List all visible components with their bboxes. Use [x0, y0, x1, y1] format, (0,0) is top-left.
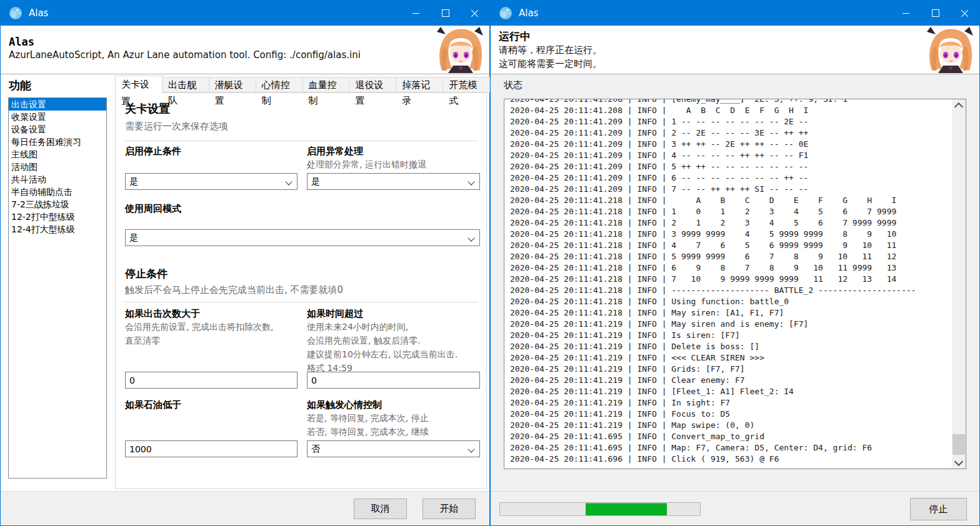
log-line: 2020-04-25 20:11:41.219 | INFO | Is sire…: [510, 330, 952, 341]
app-logo-icon: [9, 6, 22, 20]
window-running: Alas 运行中 请稍等，程序正在运行。 这可能将需要一定时间。: [490, 0, 980, 526]
sidebar-item[interactable]: 共斗活动: [9, 173, 106, 186]
tab[interactable]: 心情控制: [256, 77, 303, 92]
maximize-button[interactable]: [431, 1, 460, 26]
sidebar-item[interactable]: 12-2打中型练级: [9, 211, 106, 223]
titlebar[interactable]: Alas: [1, 1, 489, 26]
log-line: 2020-04-25 20:11:41.209 | INFO | 7 -- --…: [510, 184, 952, 195]
avatar: [926, 27, 975, 73]
window-title: Alas: [29, 7, 48, 19]
log-line: 2020-04-25 20:11:41.218 | INFO | 1 0 1 2…: [510, 206, 952, 217]
app-header: Alas AzurLaneAutoScript, An Azur Lane au…: [1, 26, 489, 74]
running-line-2: 这可能将需要一定时间。: [499, 58, 602, 70]
tab[interactable]: 血量控制: [302, 77, 350, 92]
sidebar-item[interactable]: 活动图: [9, 161, 106, 173]
scroll-up-button[interactable]: [952, 99, 966, 111]
enable-stop-select[interactable]: 是: [125, 173, 298, 190]
app-title: Alas: [9, 36, 34, 48]
log-line: 2020-04-25 20:11:41.695 | INFO | Map: F7…: [510, 442, 952, 454]
start-button[interactable]: 开始: [422, 499, 476, 519]
sidebar-item[interactable]: 主线图: [9, 148, 106, 161]
footer-bar: 取消 开始: [1, 491, 489, 525]
screen: Alas Alas AzurLaneAutoScript, An Azur La…: [0, 0, 980, 526]
loop-mode-select[interactable]: 是: [125, 229, 480, 246]
enable-stop-label: 启用停止条件: [125, 146, 181, 157]
scrollbar-thumb[interactable]: [952, 434, 965, 455]
if-emotion-select[interactable]: 否: [307, 440, 480, 457]
if-count-input[interactable]: [125, 372, 298, 389]
log-line: 2020-04-25 20:11:41.218 | INFO | -------…: [510, 285, 952, 296]
maximize-button[interactable]: [921, 1, 950, 26]
tab[interactable]: 出击舰队: [162, 77, 209, 92]
log-box: 2020-04-25 20:11:41.208 | INFO | [enemy_…: [504, 99, 966, 469]
if-emotion-desc-1: 若是, 等待回复, 完成本次, 停止: [307, 413, 429, 424]
loop-mode-label: 使用周回模式: [125, 203, 181, 215]
stop-button[interactable]: 停止: [910, 498, 967, 520]
log-scrollbar[interactable]: [952, 99, 966, 469]
log-line: 2020-04-25 20:11:41.218 | INFO | 5 9999 …: [510, 251, 952, 262]
cancel-button[interactable]: 取消: [354, 499, 407, 519]
if-time-input[interactable]: [307, 372, 480, 389]
log-line: 2020-04-25 20:11:41.219 | INFO | May sir…: [510, 319, 952, 330]
log-line: 2020-04-25 20:11:41.209 | INFO | 1 -- --…: [510, 116, 952, 127]
log-line: 2020-04-25 20:11:41.218 | INFO | 2 1 2 3…: [510, 217, 952, 229]
log-line: 2020-04-25 20:11:41.218 | INFO | Using f…: [510, 296, 952, 307]
sidebar-item[interactable]: 7-2三战拣垃圾: [9, 198, 106, 211]
sidebar-item[interactable]: 每日任务困难演习: [9, 136, 106, 148]
log-line: 2020-04-25 20:11:41.219 | INFO | Map swi…: [510, 420, 952, 431]
running-line-1: 请稍等，程序正在运行。: [499, 44, 602, 56]
running-title: 运行中: [499, 29, 531, 44]
chevron-down-icon: [468, 178, 474, 185]
if-time-label: 如果时间超过: [307, 308, 363, 320]
log-line: 2020-04-25 20:11:41.219 | INFO | Grids: …: [510, 364, 952, 375]
chevron-down-icon: [954, 457, 963, 465]
chevron-down-icon: [468, 445, 474, 452]
sidebar-item[interactable]: 设备设置: [9, 123, 106, 136]
log-line: 2020-04-25 20:11:41.208 | INFO | A B C D…: [510, 105, 952, 116]
maximize-icon: [442, 9, 449, 17]
stop-condition-desc: 触发后不会马上停止会先完成当前出击, 不需要就填0: [125, 284, 343, 296]
minimize-button[interactable]: [891, 1, 921, 26]
scroll-down-button[interactable]: [952, 457, 966, 469]
tab[interactable]: 掉落记录: [396, 77, 443, 92]
if-emotion-value: 否: [311, 444, 320, 455]
window-settings: Alas Alas AzurLaneAutoScript, An Azur La…: [0, 0, 490, 526]
log-line: 2020-04-25 20:11:41.218 | INFO | 3 9999 …: [510, 229, 952, 240]
titlebar[interactable]: Alas: [491, 1, 979, 26]
loop-mode-value: 是: [129, 232, 138, 244]
function-listbox[interactable]: 出击设置收菜设置设备设置每日任务困难演习主线图活动图共斗活动半自动辅助点击7-2…: [8, 97, 107, 479]
if-oil-input[interactable]: [125, 440, 298, 457]
log-line: 2020-04-25 20:11:41.208 | INFO | [enemy_…: [510, 99, 952, 105]
enable-exception-select[interactable]: 是: [307, 173, 480, 190]
chevron-down-icon: [468, 234, 474, 241]
if-time-desc-2: 会沿用先前设置, 触发后清零.: [307, 335, 420, 347]
log-line: 2020-04-25 20:11:41.696 | INFO | Click (…: [510, 454, 952, 465]
log-line: 2020-04-25 20:11:41.209 | INFO | 5 ++ ++…: [510, 161, 952, 172]
tab[interactable]: 关卡设置: [115, 76, 162, 93]
if-time-desc-1: 使用未来24小时内的时间,: [307, 322, 408, 333]
tab[interactable]: 潜艇设置: [209, 77, 256, 92]
progress-bar-fill: [586, 503, 667, 515]
log-content[interactable]: 2020-04-25 20:11:41.208 | INFO | [enemy_…: [504, 99, 952, 469]
close-button[interactable]: [460, 1, 489, 26]
sidebar-item[interactable]: 出击设置: [9, 98, 106, 111]
log-line: 2020-04-25 20:11:41.218 | INFO | A B C D…: [510, 195, 952, 206]
tab[interactable]: 开荒模式: [442, 77, 490, 92]
close-button[interactable]: [950, 1, 979, 26]
log-line: 2020-04-25 20:11:41.219 | INFO | Focus t…: [510, 409, 952, 420]
divider: [125, 302, 478, 302]
sidebar-item[interactable]: 半自动辅助点击: [9, 186, 106, 198]
if-emotion-label: 如果触发心情控制: [307, 399, 382, 411]
settings-tabs: 关卡设置出击舰队潜艇设置心情控制血量控制退役设置掉落记录开荒模式: [115, 77, 489, 92]
if-count-label: 如果出击次数大于: [125, 308, 200, 320]
tab[interactable]: 退役设置: [349, 77, 396, 92]
close-icon: [471, 9, 479, 17]
log-line: 2020-04-25 20:11:41.218 | INFO | May sir…: [510, 307, 952, 319]
if-oil-label: 如果石油低于: [125, 399, 181, 411]
progress-bar: [499, 502, 701, 516]
minimize-button[interactable]: [401, 1, 431, 26]
sidebar-item[interactable]: 收菜设置: [9, 111, 106, 123]
sidebar-item[interactable]: 12-4打大型练级: [9, 223, 106, 236]
log-line: 2020-04-25 20:11:41.209 | INFO | 6 -- --…: [510, 172, 952, 184]
avatar: [436, 27, 485, 73]
